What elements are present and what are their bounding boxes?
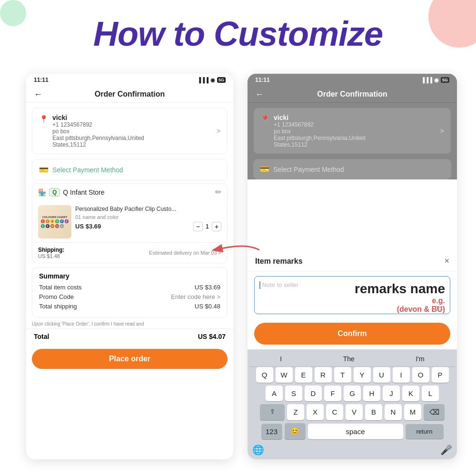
- return-key[interactable]: return: [406, 424, 444, 439]
- summary-shipping: Total shipping US $0.48: [39, 303, 220, 310]
- key-i[interactable]: I: [393, 367, 410, 383]
- space-key[interactable]: space: [308, 424, 403, 439]
- left-nav-title: Order Confirmation: [95, 90, 165, 99]
- right-payment-text: Select Payment Method: [273, 166, 344, 173]
- key-p[interactable]: P: [432, 367, 449, 383]
- right-dark-section: 11:11 ▐▐▐ ◉ 5G ← Order Confirmation 📍 vi…: [248, 74, 457, 179]
- summary-promo[interactable]: Promo Code Enter code here >: [39, 293, 220, 300]
- quantity-value: 1: [206, 223, 209, 230]
- key-h[interactable]: H: [363, 386, 380, 401]
- right-time: 11:11: [255, 77, 270, 83]
- key-o[interactable]: O: [412, 367, 429, 383]
- key-c[interactable]: C: [326, 404, 343, 420]
- store-icon: 🏪: [38, 188, 46, 196]
- address-name: vicki: [52, 114, 213, 121]
- key-g[interactable]: G: [344, 386, 361, 401]
- location-icon: 📍: [39, 115, 49, 124]
- qty-minus-button[interactable]: −: [193, 222, 203, 231]
- product-image: COLOURS CHART 1 2 3 8 7 6 5 9 10 11 12: [38, 205, 71, 238]
- key-b[interactable]: B: [365, 404, 382, 420]
- payment-icon: 💳: [39, 165, 49, 174]
- key-z[interactable]: Z: [287, 404, 304, 420]
- key-t[interactable]: T: [334, 367, 351, 383]
- kb-row-3: ⇧ Z X C V B N M ⌫: [249, 404, 455, 420]
- suggestion-im[interactable]: I'm: [412, 354, 428, 364]
- left-back-button[interactable]: ←: [34, 89, 42, 99]
- remarks-overlay: remarks name e.g. (devon & BU): [355, 281, 445, 314]
- store-badge: Q: [49, 188, 60, 197]
- summary-item-costs: Total item costs US $3.69: [39, 284, 220, 291]
- key-q[interactable]: Q: [256, 367, 273, 383]
- right-location-icon: 📍: [260, 115, 270, 124]
- right-address-chevron: >: [440, 127, 444, 135]
- place-order-button[interactable]: Place order: [32, 349, 228, 369]
- red-arrow: [212, 240, 264, 259]
- summary-section: Summary Total item costs US $3.69 Promo …: [32, 267, 228, 317]
- address-line3: States,15112: [52, 141, 213, 148]
- wifi-icon: ◉: [210, 77, 215, 83]
- key-f[interactable]: F: [324, 386, 341, 401]
- kb-row-2: A S D F G H J K L: [249, 386, 455, 401]
- key-j[interactable]: J: [383, 386, 400, 401]
- backspace-key[interactable]: ⌫: [424, 404, 445, 420]
- shift-key[interactable]: ⇧: [260, 404, 285, 420]
- right-wifi-icon: ◉: [434, 77, 439, 83]
- right-phone-mockup: 11:11 ▐▐▐ ◉ 5G ← Order Confirmation 📍 vi…: [248, 74, 457, 459]
- globe-key[interactable]: 🌐: [252, 444, 264, 456]
- key-x[interactable]: X: [307, 404, 324, 420]
- suggestion-the[interactable]: The: [339, 354, 358, 364]
- product-price: US $3.69: [75, 223, 101, 230]
- key-d[interactable]: D: [305, 386, 322, 401]
- confirm-button[interactable]: Confirm: [254, 323, 450, 345]
- shipping-amount: US $1.48: [38, 253, 64, 259]
- key-r[interactable]: R: [315, 367, 332, 383]
- remarks-name-text: remarks name: [355, 281, 445, 297]
- qty-plus-button[interactable]: +: [212, 222, 221, 231]
- right-status-bar: 11:11 ▐▐▐ ◉ 5G: [248, 74, 457, 86]
- key-v[interactable]: V: [346, 404, 363, 420]
- key-e[interactable]: E: [295, 367, 312, 383]
- total-label: Total: [34, 333, 49, 340]
- edit-icon[interactable]: ✏: [215, 188, 221, 197]
- right-back-button[interactable]: ←: [255, 89, 264, 99]
- key-w[interactable]: W: [276, 367, 293, 383]
- key-n[interactable]: N: [385, 404, 402, 420]
- address-line2: East pittsburgh,Pennsylvania,United: [52, 135, 213, 141]
- numbers-key[interactable]: 123: [261, 424, 282, 439]
- emoji-key[interactable]: 😊: [285, 423, 306, 439]
- left-status-icons: ▐▐▐ ◉ 5G: [198, 77, 226, 83]
- right-nav-bar: ← Order Confirmation: [248, 86, 457, 103]
- right-address-phone: +1 1234567892: [274, 121, 436, 128]
- char-count: 0/51: [435, 305, 445, 311]
- left-phone-mockup: 11:11 ▐▐▐ ◉ 5G ← Order Confirmation 📍 vi…: [26, 74, 233, 459]
- kb-row-4: 123 😊 space return: [249, 423, 455, 439]
- key-a[interactable]: A: [266, 386, 283, 401]
- note-placeholder: Note to seller: [262, 281, 299, 288]
- summary-title: Summary: [39, 272, 220, 280]
- address-line1: po box: [52, 128, 213, 135]
- payment-method-row[interactable]: 💳 Select Payment Method: [32, 159, 228, 180]
- key-y[interactable]: Y: [354, 367, 371, 383]
- right-address-line1: po box: [274, 128, 436, 135]
- mic-key[interactable]: 🎤: [440, 444, 452, 456]
- total-amount: US $4.07: [198, 333, 226, 340]
- keyboard-suggestions: I The I'm: [249, 352, 455, 367]
- modal-close-button[interactable]: ×: [444, 256, 449, 266]
- modal-header: Item remarks ×: [248, 249, 457, 271]
- fine-print: Upon clicking 'Place Order', I confirm I…: [32, 321, 228, 327]
- shipping-label: Shipping:: [38, 247, 64, 253]
- key-k[interactable]: K: [402, 386, 419, 401]
- left-address-card: 📍 vicki +1 1234567892 po box East pittsb…: [32, 108, 228, 154]
- key-m[interactable]: M: [404, 404, 421, 420]
- product-row: COLOURS CHART 1 2 3 8 7 6 5 9 10 11 12 P…: [32, 201, 228, 243]
- right-address-line3: States,15112: [274, 141, 436, 148]
- suggestion-i[interactable]: I: [276, 354, 286, 364]
- address-phone: +1 1234567892: [52, 121, 213, 128]
- note-textarea[interactable]: Note to seller remarks name e.g. (devon …: [254, 276, 450, 314]
- product-variant: 01 name and color: [75, 214, 221, 220]
- key-u[interactable]: U: [373, 367, 390, 383]
- key-s[interactable]: S: [285, 386, 302, 401]
- key-l[interactable]: L: [422, 386, 439, 401]
- right-network-icon: 5G: [441, 77, 449, 83]
- right-nav-title: Order Confirmation: [317, 90, 387, 99]
